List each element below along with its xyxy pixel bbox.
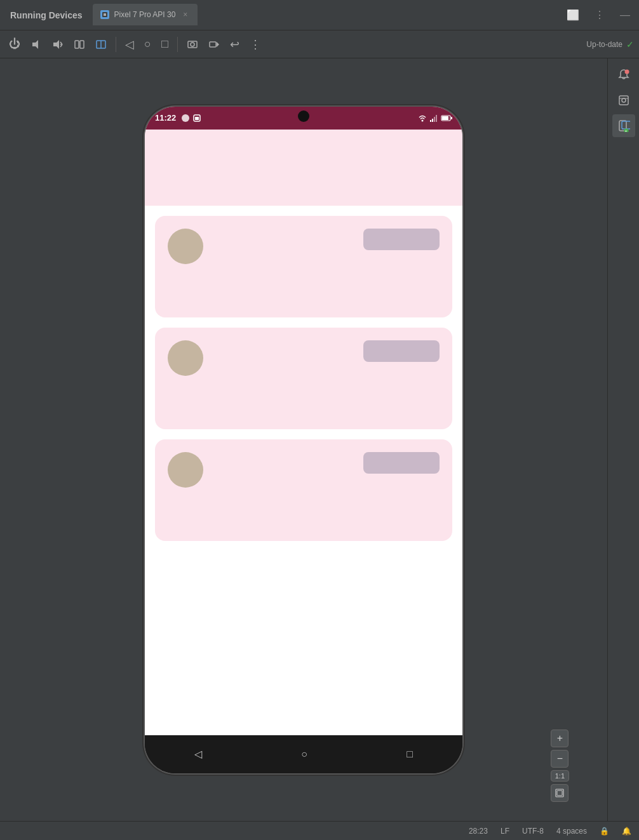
list-item[interactable]	[155, 216, 452, 317]
volume-up-btn[interactable]	[48, 36, 67, 53]
zoom-fit-btn[interactable]	[551, 784, 568, 802]
up-to-date-status: Up-to-date ✓	[586, 39, 634, 50]
toolbar-separator-1	[116, 37, 116, 52]
svg-rect-22	[436, 115, 437, 122]
home-nav-btn[interactable]: ○	[140, 35, 155, 53]
svg-rect-17	[195, 117, 199, 120]
screenshot-btn[interactable]	[183, 36, 202, 53]
svg-rect-8	[80, 41, 84, 48]
list-item[interactable]	[155, 439, 452, 541]
bottom-status-bar: 28:23 LF UTF-8 4 spaces 🔒 🔔	[0, 821, 639, 840]
phone-frame: 11:22	[145, 107, 462, 773]
svg-rect-7	[75, 41, 79, 48]
main-area: 11:22	[0, 58, 639, 821]
status-right-icons	[418, 114, 452, 123]
svg-rect-20	[432, 119, 433, 122]
lock-icon: 🔒	[600, 827, 609, 836]
android-home-btn[interactable]: ○	[301, 749, 307, 760]
svg-point-28	[624, 70, 629, 74]
cursor-position: 28:23	[469, 827, 488, 836]
card-tag	[363, 340, 440, 362]
svg-marker-3	[53, 40, 59, 49]
notifications-sidebar-icon[interactable]	[612, 63, 635, 86]
svg-rect-25	[451, 117, 452, 119]
camera-notch	[298, 110, 309, 122]
status-icons-left	[181, 114, 201, 123]
svg-point-15	[182, 114, 189, 122]
record-btn[interactable]	[205, 36, 224, 53]
undo-btn[interactable]: ↩	[226, 35, 243, 54]
card-line-top	[213, 229, 440, 250]
zoom-out-btn[interactable]: −	[551, 750, 568, 768]
android-status-bar: 11:22	[145, 107, 462, 130]
fold-left-btn[interactable]	[70, 36, 89, 53]
svg-rect-24	[442, 116, 448, 120]
card-content	[213, 340, 440, 362]
notification-icon: 🔔	[622, 827, 631, 836]
card-tag	[363, 229, 440, 250]
tab-icon	[100, 10, 109, 19]
inspector-sidebar-icon[interactable]	[612, 89, 635, 112]
card-content	[213, 229, 440, 250]
back-nav-btn[interactable]: ◁	[121, 35, 138, 54]
card-content	[213, 452, 440, 474]
svg-rect-27	[557, 790, 562, 796]
phone-screen: 11:22	[145, 107, 462, 735]
title-bar: Running Devices Pixel 7 Pro API 30 × ⬜ ⋮…	[0, 0, 639, 30]
more-toolbar-btn[interactable]: ⋮	[246, 35, 265, 54]
avatar	[168, 340, 203, 376]
android-back-btn[interactable]: ◁	[194, 748, 202, 760]
tab-label: Pixel 7 Pro API 30	[114, 10, 176, 19]
title-bar-actions: ⬜ ⋮ —	[563, 8, 634, 22]
status-time: 11:22	[155, 113, 176, 123]
device-tab[interactable]: Pixel 7 Pro API 30 ×	[93, 4, 198, 27]
toolbar-separator-2	[177, 37, 178, 52]
right-sidebar: +	[607, 58, 639, 821]
device-area: 11:22	[0, 58, 607, 821]
recents-nav-btn[interactable]: □	[158, 35, 172, 53]
app-content	[145, 206, 462, 735]
card-line-top	[213, 340, 440, 362]
svg-rect-1	[104, 13, 106, 16]
svg-rect-19	[430, 120, 431, 122]
android-nav-bar: ◁ ○ □	[145, 735, 462, 773]
volume-down-btn[interactable]	[27, 36, 46, 53]
card-tag	[363, 452, 440, 474]
encoding: UTF-8	[522, 827, 544, 836]
device-toolbar: ⏻ ◁ ○ □ ↩ ⋮ Up-to-date ✓	[0, 30, 639, 58]
list-item[interactable]	[155, 328, 452, 429]
svg-point-30	[622, 98, 626, 102]
up-to-date-checkmark: ✓	[626, 39, 634, 50]
title-bar-left: Running Devices Pixel 7 Pro API 30 ×	[5, 4, 563, 27]
svg-rect-21	[434, 117, 435, 122]
avatar	[168, 452, 203, 488]
fold-right-btn[interactable]	[91, 36, 111, 53]
app-header	[145, 130, 462, 206]
window-menu-btn[interactable]: ⋮	[591, 8, 609, 22]
card-line-top	[213, 452, 440, 474]
zoom-in-btn[interactable]: +	[551, 730, 568, 747]
zoom-level-label[interactable]: 1:1	[551, 770, 569, 782]
svg-marker-14	[217, 42, 219, 47]
tab-close-btn[interactable]: ×	[180, 9, 190, 20]
up-to-date-label: Up-to-date	[586, 40, 622, 49]
svg-rect-13	[210, 42, 216, 47]
line-ending: LF	[501, 827, 509, 836]
maximize-btn[interactable]: ⬜	[563, 8, 583, 22]
indent-style: 4 spaces	[556, 827, 587, 836]
svg-point-18	[422, 119, 424, 121]
avatar	[168, 229, 203, 264]
zoom-controls: + − 1:1	[551, 730, 569, 802]
power-btn[interactable]: ⏻	[5, 35, 24, 53]
android-recents-btn[interactable]: □	[407, 749, 413, 760]
running-devices-title: Running Devices	[5, 10, 88, 20]
minimize-btn[interactable]: —	[616, 8, 634, 22]
svg-point-12	[191, 43, 194, 46]
device-manager-sidebar-icon[interactable]: +	[612, 114, 635, 137]
svg-rect-29	[619, 96, 628, 105]
svg-text:+: +	[625, 129, 627, 132]
svg-marker-2	[32, 40, 38, 49]
